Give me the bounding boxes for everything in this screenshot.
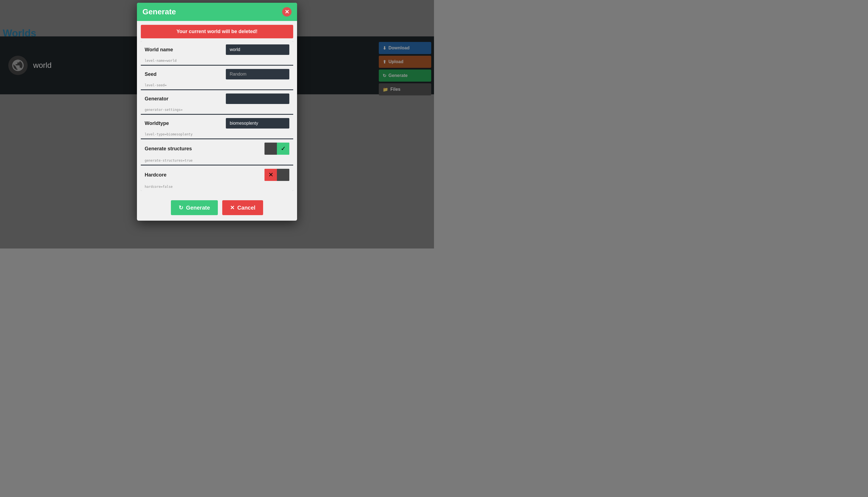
modal-close-button[interactable]: ✕: [282, 7, 291, 16]
modal-header: Generate ✕: [137, 3, 297, 21]
world-name-label: World name: [145, 47, 223, 53]
cancel-label: Cancel: [237, 205, 256, 211]
form-container: World name level-name=world Seed level-s…: [141, 41, 293, 191]
generator-label: Generator: [145, 96, 223, 102]
generator-field: Generator generator-settings=: [141, 90, 293, 115]
warning-banner: Your current world will be deleted!: [141, 25, 293, 38]
hardcore-toggle-on: [277, 169, 289, 181]
seed-input[interactable]: [226, 69, 289, 80]
worldtype-input[interactable]: [226, 118, 289, 129]
modal-body: World name level-name=world Seed level-s…: [137, 38, 297, 195]
toggle-on-side: ✓: [277, 143, 289, 155]
generator-input[interactable]: [226, 94, 289, 104]
generate-confirm-label: Generate: [186, 205, 210, 211]
generate-structures-label: Generate structures: [145, 146, 262, 152]
generate-structures-hint: generate-structures=true: [141, 158, 293, 165]
seed-label: Seed: [145, 71, 223, 77]
toggle-off-side: [264, 143, 277, 155]
modal-title: Generate: [142, 8, 176, 16]
generate-confirm-button[interactable]: ↻ Generate: [171, 200, 218, 215]
cancel-button[interactable]: ✕ Cancel: [222, 200, 263, 215]
hardcore-toggle[interactable]: ✕: [264, 169, 289, 181]
cancel-icon: ✕: [230, 204, 235, 211]
generate-structures-toggle[interactable]: ✓: [264, 143, 289, 155]
generator-hint: generator-settings=: [141, 107, 293, 114]
seed-hint: level-seed=: [141, 83, 293, 89]
world-name-hint: level-name=world: [141, 58, 293, 65]
generate-modal: Generate ✕ Your current world will be de…: [137, 3, 297, 221]
hardcore-label: Hardcore: [145, 172, 262, 178]
hardcore-toggle-off: ✕: [264, 169, 277, 181]
modal-footer: ↻ Generate ✕ Cancel: [137, 195, 297, 221]
modal-overlay: Generate ✕ Your current world will be de…: [0, 0, 434, 248]
hardcore-hint: hardcore=false: [141, 184, 293, 191]
world-name-field: World name level-name=world: [141, 41, 293, 66]
generate-confirm-icon: ↻: [179, 204, 183, 211]
world-name-input[interactable]: [226, 44, 289, 55]
close-icon: ✕: [285, 9, 289, 15]
worldtype-label: Worldtype: [145, 120, 223, 126]
generate-structures-field: Generate structures ✓ generate-structure…: [141, 139, 293, 166]
hardcore-field: Hardcore ✕ hardcore=false: [141, 166, 293, 191]
worldtype-field: Worldtype level-type=biomesoplenty: [141, 115, 293, 139]
worldtype-hint: level-type=biomesoplenty: [141, 132, 293, 139]
seed-field: Seed level-seed=: [141, 66, 293, 90]
